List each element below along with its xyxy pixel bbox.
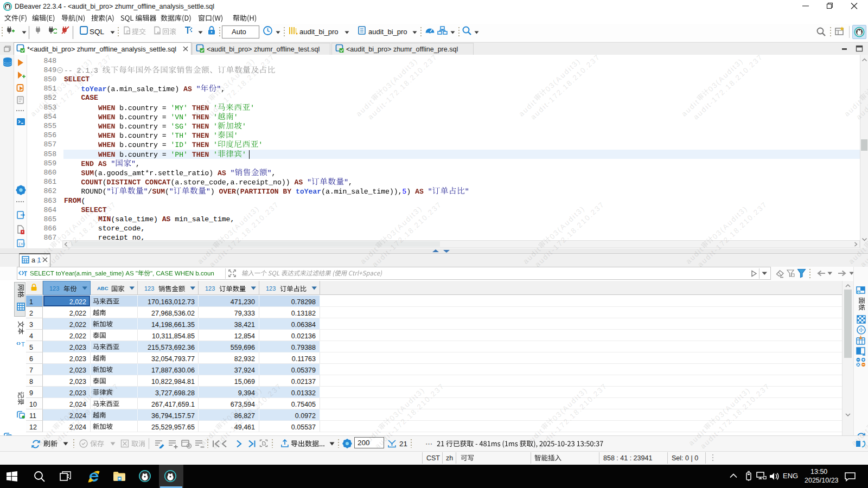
svg-text:T: T bbox=[21, 341, 25, 348]
svg-text:(x): (x) bbox=[18, 242, 25, 246]
svg-text:‹›: ‹› bbox=[16, 339, 21, 347]
